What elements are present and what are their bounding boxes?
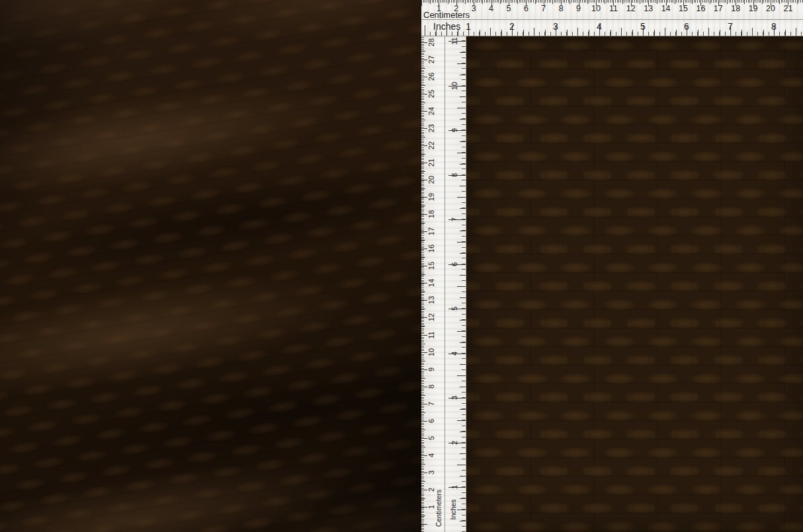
vertical-cm-number: 17 [428, 227, 435, 235]
fraction-inch-tick [436, 30, 437, 36]
fraction-inch-tick [589, 30, 589, 36]
inch-ruler-number: 2 [509, 22, 515, 31]
cm-ruler-label: Centimeters [423, 11, 470, 19]
flat-fabric-swatch [466, 36, 803, 532]
half-cm-tick [517, 0, 518, 4]
half-cm-tick [421, 206, 425, 206]
cm-ruler-number: 13 [644, 5, 653, 13]
half-cm-tick [421, 120, 425, 120]
fraction-inch-tick [457, 286, 466, 287]
fraction-inch-tick [457, 63, 466, 64]
half-cm-tick [657, 0, 657, 4]
cm-ruler-number: 17 [714, 5, 723, 13]
fraction-inch-tick [460, 96, 466, 97]
fraction-inch-tick [460, 387, 466, 387]
fraction-inch-tick [698, 30, 698, 36]
cm-ruler-number: 6 [524, 5, 528, 13]
fraction-inch-tick [460, 253, 466, 254]
inch-ruler-number: 6 [684, 22, 689, 31]
fraction-inch-tick [490, 28, 491, 36]
fraction-inch-tick [460, 453, 466, 454]
cm-ruler-number: 1 [437, 5, 441, 13]
cm-ruler-number: 16 [696, 5, 705, 13]
cm-ruler-number: 18 [731, 5, 740, 13]
fraction-inch-tick [796, 28, 796, 36]
fraction-inch-tick [534, 28, 534, 36]
fraction-inch-tick [460, 208, 466, 209]
fraction-inch-tick [460, 164, 466, 165]
cm-ruler-number: 7 [541, 5, 546, 13]
half-cm-tick [421, 188, 425, 189]
cm-ruler-number: 11 [609, 5, 618, 13]
vertical-cm-number: 8 [428, 385, 435, 389]
half-cm-tick [421, 171, 425, 172]
horizontal-cm-ruler: Centimeters 1234567891011121314151617181… [421, 0, 803, 20]
fraction-inch-tick [460, 320, 466, 321]
cm-ruler-number: 10 [591, 5, 601, 13]
half-cm-tick [640, 0, 640, 4]
fraction-inch-tick [460, 141, 466, 142]
half-cm-tick [421, 326, 425, 326]
fraction-inch-tick [460, 186, 466, 186]
half-cm-tick [430, 0, 431, 4]
vertical-cm-number: 20 [428, 176, 435, 184]
half-cm-tick [421, 51, 425, 52]
inch-tick [425, 25, 425, 36]
cm-ruler-number: 19 [749, 5, 758, 13]
fraction-inch-tick [457, 108, 466, 108]
fraction-inch-tick [457, 242, 466, 243]
fraction-inch-tick [457, 153, 466, 153]
vertical-inch-number: 2 [451, 440, 458, 444]
fraction-inch-tick [785, 30, 786, 36]
vertical-cm-number: 15 [428, 262, 435, 270]
half-cm-tick [535, 0, 536, 4]
fraction-inch-tick [567, 30, 568, 36]
fraction-inch-tick [501, 30, 502, 36]
vertical-cm-number: 24 [428, 107, 435, 115]
half-cm-tick [587, 0, 588, 4]
half-cm-tick [448, 0, 448, 4]
half-cm-tick [421, 85, 425, 86]
fraction-inch-tick [708, 28, 709, 36]
inch-ruler-number: 1 [466, 22, 471, 31]
fraction-inch-tick [457, 510, 466, 510]
half-cm-tick [421, 447, 425, 447]
vertical-cm-number: 7 [428, 402, 435, 406]
fraction-inch-tick [577, 28, 578, 36]
vertical-inch-number: 11 [451, 37, 458, 44]
half-cm-tick [421, 361, 425, 361]
vertical-cm-number: 18 [428, 210, 435, 218]
half-cm-tick [421, 395, 425, 396]
cm-ruler-number: 14 [661, 5, 671, 13]
fraction-inch-tick [741, 30, 742, 36]
vertical-cm-number: 12 [428, 313, 435, 321]
cm-ruler-number: 8 [559, 5, 564, 13]
fraction-inch-tick [632, 30, 633, 36]
vertical-cm-number: 26 [428, 73, 435, 81]
half-cm-tick [421, 240, 425, 241]
vertical-cm-number: 3 [428, 471, 435, 475]
vertical-inch-eighth-ticks [462, 36, 466, 532]
fraction-inch-tick [446, 28, 447, 36]
vertical-cm-number: 22 [428, 141, 435, 149]
cm-millimeter-ticks [421, 0, 803, 3]
half-cm-tick [500, 0, 501, 4]
fraction-inch-tick [611, 30, 611, 36]
fraction-inch-tick [457, 197, 466, 198]
cm-ruler-number: 4 [489, 5, 493, 13]
vertical-inch-number: 6 [451, 262, 458, 266]
half-cm-tick [421, 430, 425, 430]
fraction-inch-tick [460, 476, 466, 476]
fraction-inch-tick [460, 52, 466, 53]
half-cm-tick [421, 154, 425, 155]
fraction-inch-tick [752, 28, 753, 36]
inch-ruler-number: 8 [771, 22, 777, 31]
half-cm-tick [482, 0, 483, 4]
fraction-inch-tick [457, 331, 466, 332]
inch-ruler-number: 4 [597, 22, 602, 31]
half-cm-tick [421, 515, 425, 516]
half-cm-tick [744, 0, 745, 4]
cm-tick [421, 524, 427, 525]
half-cm-tick [622, 0, 623, 4]
half-cm-tick [692, 0, 693, 4]
